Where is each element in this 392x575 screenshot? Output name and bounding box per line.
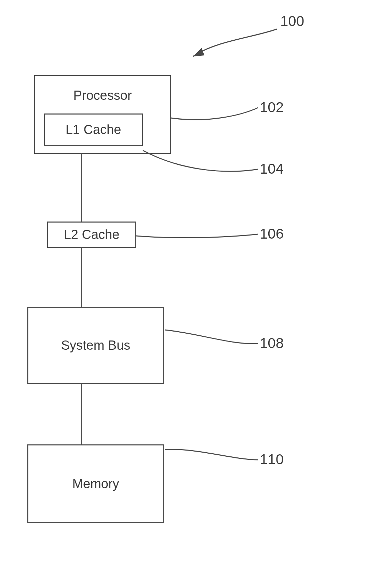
connector-l2-systembus — [81, 248, 82, 307]
system-bus-block: System Bus — [27, 307, 164, 384]
svg-marker-0 — [193, 48, 204, 56]
ref-l1-label: 104 — [260, 161, 284, 177]
connector-processor-l2 — [81, 154, 82, 222]
memory-label: Memory — [72, 477, 119, 491]
ref-main-label: 100 — [280, 13, 304, 29]
l1-cache-label: L1 Cache — [66, 122, 121, 137]
ref-l2-label: 106 — [260, 226, 284, 242]
ref-processor-label: 102 — [260, 99, 284, 116]
ref-systembus-label: 108 — [260, 335, 284, 351]
l2-cache-label: L2 Cache — [64, 227, 120, 242]
memory-block: Memory — [27, 444, 164, 523]
l2-cache-block: L2 Cache — [47, 222, 136, 248]
connector-systembus-memory — [81, 384, 82, 444]
l1-cache-block: L1 Cache — [44, 113, 143, 146]
diagram-stage: Processor L1 Cache L2 Cache System Bus M… — [0, 0, 392, 575]
ref-memory-label: 110 — [260, 451, 284, 468]
system-bus-label: System Bus — [61, 338, 131, 353]
processor-block: Processor L1 Cache — [34, 75, 171, 154]
processor-label: Processor — [35, 88, 170, 103]
